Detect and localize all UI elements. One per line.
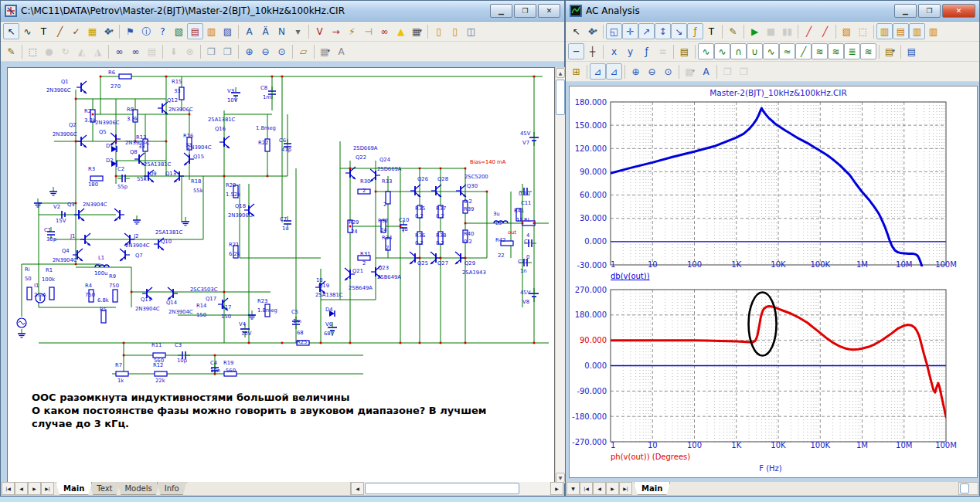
tab-main[interactable]: Main xyxy=(56,482,92,495)
bus-icon[interactable]: ▦ xyxy=(84,23,100,39)
flip-h-icon[interactable]: ◮ xyxy=(90,43,106,59)
tile-icon[interactable]: ▦▾ xyxy=(317,43,333,59)
component-g[interactable] xyxy=(18,329,26,337)
pause-icon[interactable]: ▮▮ xyxy=(779,23,795,39)
component-g[interactable] xyxy=(133,215,141,224)
doc-icon[interactable]: ▤ xyxy=(903,43,920,59)
info-icon[interactable]: ⓘ xyxy=(138,23,155,39)
wave-valley-icon[interactable]: ∿ xyxy=(714,43,730,59)
down-icon[interactable]: ⬇ xyxy=(165,43,182,59)
zoom-in-icon[interactable]: ⊕ xyxy=(628,63,644,80)
text-mode-icon[interactable]: T xyxy=(703,23,720,39)
new-page-icon[interactable]: ▯ xyxy=(430,23,447,39)
component-rh[interactable] xyxy=(119,74,131,79)
box-dots-icon[interactable]: ⬚ xyxy=(855,23,871,39)
wave-slope-icon[interactable]: ╱ xyxy=(795,43,812,59)
scale-mode-icon[interactable]: ◱ xyxy=(606,23,622,39)
border-icon[interactable]: ◫ xyxy=(463,23,479,39)
properties-icon[interactable]: ✎ xyxy=(725,23,741,39)
zoom-in-icon[interactable]: ⊕ xyxy=(241,43,257,59)
slope2-icon[interactable]: ╱ xyxy=(817,23,833,39)
close-button[interactable]: ✕ xyxy=(538,4,560,18)
component-qm[interactable] xyxy=(168,287,178,300)
minimize-button[interactable]: ▁ xyxy=(490,4,512,18)
close-button[interactable]: ✕ xyxy=(942,4,975,18)
tab-main[interactable]: Main xyxy=(634,482,670,495)
select-tool-icon[interactable]: ↖ xyxy=(3,23,19,39)
tab-first-button[interactable]: |◀ xyxy=(580,482,593,495)
pane2-icon[interactable]: ▤ xyxy=(893,23,909,39)
show-power-icon[interactable]: ⚡ xyxy=(344,23,360,39)
component-rv[interactable] xyxy=(27,287,32,300)
wave-peak-icon[interactable]: ∿ xyxy=(698,43,714,59)
stop-icon[interactable]: ■ xyxy=(763,23,779,39)
tab-info[interactable]: Info xyxy=(157,482,187,495)
hscroll-thumb[interactable] xyxy=(960,483,969,494)
box-orange-icon[interactable]: ▧ xyxy=(839,23,855,39)
tab-first-button[interactable]: |◀ xyxy=(2,482,15,495)
fx-circle-icon[interactable]: ƒ xyxy=(638,43,655,59)
component-qm[interactable] xyxy=(120,249,130,261)
cube-menu-icon[interactable]: ❖▾ xyxy=(584,23,601,39)
tab-last-button[interactable]: ▶| xyxy=(619,482,632,495)
component-rv[interactable] xyxy=(113,290,117,302)
wave-x2-icon[interactable]: ≋ xyxy=(828,43,844,59)
find-icon[interactable]: ∞ xyxy=(111,43,128,59)
text-mode-icon[interactable]: T xyxy=(36,23,52,39)
minimize-button[interactable]: ▁ xyxy=(894,4,917,18)
x-circle-icon[interactable]: x xyxy=(606,43,622,59)
zoom-100-icon[interactable]: ⊙ xyxy=(274,43,290,59)
tab-prev-button[interactable]: ◀ xyxy=(593,482,606,495)
component-g[interactable] xyxy=(182,217,189,226)
tab-next-button[interactable]: ▶ xyxy=(606,482,619,495)
cascade-icon[interactable]: ❐ xyxy=(720,63,736,80)
tile-icon[interactable]: ▦▾ xyxy=(682,63,698,80)
show-condition-icon[interactable]: ⊣ xyxy=(360,23,376,39)
component-rh[interactable] xyxy=(116,371,128,376)
component-g[interactable] xyxy=(49,187,57,195)
scroll-thumb[interactable] xyxy=(556,80,565,115)
tab-text[interactable]: Text xyxy=(89,482,120,495)
wave-sep-icon[interactable]: ≋ xyxy=(860,43,876,59)
copy-front-icon[interactable]: ❐ xyxy=(203,43,219,59)
curve-label[interactable]: ph(v(out)) (Degrees) xyxy=(611,453,690,461)
scale-x-icon[interactable]: ↗ xyxy=(638,23,655,39)
restore-button[interactable]: ❐ xyxy=(514,4,536,18)
show-pin-icon[interactable]: ∞ xyxy=(376,23,393,39)
show-text-a-icon[interactable]: A xyxy=(241,23,257,39)
font-icon[interactable]: A xyxy=(333,43,349,59)
axes2-icon[interactable]: ⊿ xyxy=(606,63,622,80)
hscroll-right-button[interactable]: ▶ xyxy=(550,482,563,495)
wave-top-icon[interactable]: ∩ xyxy=(730,43,747,59)
node-voltages-icon[interactable]: ▥ xyxy=(203,23,219,39)
flip-v-icon[interactable]: ◭ xyxy=(73,43,90,59)
schematic-canvas[interactable]: R6270Q12N3906CR1533Q122N3906CR23.3kR83.3… xyxy=(7,67,555,483)
analysis-titlebar[interactable]: AC Analysis ▁ ❐ ✕ xyxy=(566,1,979,22)
slope-icon[interactable]: ╱ xyxy=(801,23,817,39)
copy-back-icon[interactable]: ❐ xyxy=(219,43,236,59)
wave-x1-icon[interactable]: ≋ xyxy=(812,43,828,59)
tab-prev-button[interactable]: ◀ xyxy=(15,482,28,495)
zoom-out-icon[interactable]: ⊖ xyxy=(644,63,660,80)
pane1-icon[interactable]: ▥ xyxy=(876,23,893,39)
show-i-icon[interactable]: → xyxy=(328,23,344,39)
menu-circle-icon[interactable]: ≡ xyxy=(655,43,671,59)
stop-icon[interactable]: ⊗ xyxy=(182,43,198,59)
graphics-mode-icon[interactable]: ✓ xyxy=(68,23,84,39)
fx-icon[interactable]: ƒ xyxy=(687,23,703,39)
pane3-icon[interactable]: ▥ xyxy=(909,23,925,39)
component-menu-icon[interactable]: ❖▾ xyxy=(100,23,117,39)
hscroll-thumb[interactable] xyxy=(365,483,519,494)
show-node-n-icon[interactable]: N xyxy=(274,23,290,39)
wire-mode-icon[interactable]: ∿ xyxy=(19,23,36,39)
component-q[interactable] xyxy=(219,136,230,148)
show-dropdown-icon[interactable]: ▾ xyxy=(290,23,306,39)
show-v-icon[interactable]: V xyxy=(311,23,328,39)
pan-mode-icon[interactable]: ✛ xyxy=(622,23,638,39)
y-circle-icon[interactable]: y xyxy=(622,43,638,59)
wave-high-icon[interactable]: ∿ xyxy=(763,43,779,59)
tab-menu-button[interactable]: ▼ xyxy=(567,482,580,495)
notes-icon[interactable]: ▤ xyxy=(144,43,160,59)
cross-icon[interactable]: ┼ xyxy=(584,43,601,59)
wave-all-icon[interactable]: ≣ xyxy=(844,43,860,59)
